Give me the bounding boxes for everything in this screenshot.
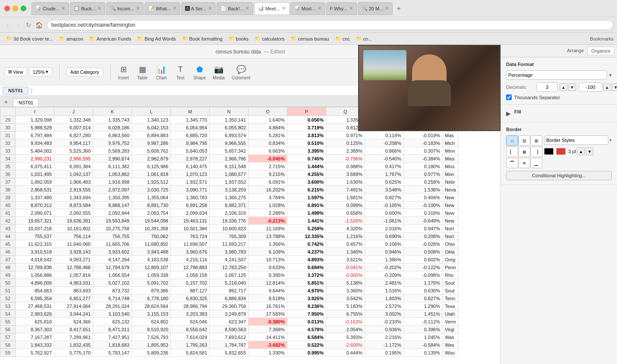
cell[interactable]: 5,484,002 <box>16 147 54 155</box>
cell[interactable]: 11,693,217 <box>210 240 249 248</box>
cell[interactable]: -1.172% <box>365 341 404 349</box>
bm-1[interactable]: 📁 amazon <box>57 35 86 42</box>
cell[interactable]: -0.122% <box>404 264 443 271</box>
cell[interactable]: 27,914,064 <box>54 302 93 310</box>
cell[interactable]: 6,140,475 <box>171 163 210 170</box>
cell[interactable]: -0.028% <box>404 240 443 248</box>
cell[interactable]: 7,167,287 <box>16 333 54 341</box>
cell[interactable]: 11,665,706 <box>93 240 132 248</box>
back-button[interactable]: ‹ <box>3 22 12 28</box>
cell[interactable]: 19,657,321 <box>16 217 54 225</box>
cell[interactable]: 0.396% <box>404 326 443 333</box>
cell[interactable]: 19,636,391 <box>54 217 93 225</box>
cell[interactable]: Tenn <box>443 295 459 302</box>
tab-5-close[interactable]: ✕ <box>208 6 212 11</box>
cell[interactable]: 2,983,626 <box>16 310 54 318</box>
cell[interactable]: 10,501,384 <box>171 225 210 232</box>
cell[interactable]: 6,863,560 <box>93 132 132 139</box>
cell[interactable]: 1.536% <box>404 186 443 194</box>
cell[interactable]: 10,275,758 <box>93 225 132 232</box>
cell[interactable]: 17.583% <box>249 310 287 318</box>
cell[interactable]: 6,778,180 <box>132 295 171 302</box>
cell[interactable]: 1,329,098 <box>16 116 54 124</box>
cell[interactable]: -2.600% <box>326 341 365 349</box>
cell[interactable]: 0.600% <box>365 209 404 217</box>
cell[interactable]: 1,332,348 <box>54 116 93 124</box>
cell[interactable]: 6,111,382 <box>93 163 132 170</box>
cell[interactable]: 3.621% <box>326 256 365 264</box>
cell[interactable]: 863,693 <box>54 287 93 295</box>
cell[interactable]: 9,934,483 <box>16 139 54 147</box>
bm-2[interactable]: 📁 American Funds <box>87 35 134 42</box>
cell[interactable]: -1.061% <box>365 217 404 225</box>
view-dropdown[interactable]: ⊞ View <box>4 67 27 76</box>
cell[interactable]: 0.444% <box>326 349 365 357</box>
cell[interactable]: -0.209% <box>365 271 404 279</box>
cell[interactable]: 1.516% <box>365 287 404 295</box>
cell[interactable]: 2,990,595 <box>54 155 93 163</box>
border-btn-inner-v[interactable]: ⊠ <box>518 147 530 157</box>
border-btn-inner-h[interactable]: ⊟ <box>518 135 530 146</box>
cell[interactable]: 7.950% <box>287 310 326 318</box>
tab-6[interactable]: 📄 Back!... ✕ <box>217 2 253 15</box>
cell[interactable]: Sout <box>443 279 459 287</box>
cell[interactable]: 2,978,227 <box>171 155 210 163</box>
fill-expand-icon[interactable]: ▶ <box>506 110 511 117</box>
cell[interactable]: 1,932,571 <box>171 178 210 186</box>
tab-2[interactable]: 📋 Buck... ✕ <box>70 2 105 15</box>
cell[interactable]: 0.114% <box>365 132 404 139</box>
cell[interactable]: 1,843,332 <box>16 341 54 349</box>
cell[interactable]: 624,366 <box>54 318 93 326</box>
cell[interactable]: 6,055,802 <box>210 124 249 132</box>
cell[interactable]: 11,622,315 <box>16 240 54 248</box>
cell[interactable]: 625,810 <box>16 318 54 326</box>
cell[interactable]: 6,830,325 <box>171 295 210 302</box>
cell[interactable]: 6.663% <box>249 147 287 155</box>
cell[interactable]: 6,054,954 <box>171 124 210 132</box>
cell[interactable]: 12.335% <box>287 232 326 240</box>
cell[interactable]: 12,783,254 <box>210 264 249 271</box>
cell[interactable]: 3.548% <box>365 186 404 194</box>
cell[interactable]: 3,928,143 <box>54 248 93 256</box>
cell[interactable]: 4,018,542 <box>16 256 54 264</box>
bm-6[interactable]: 📁 calculators <box>252 35 287 42</box>
cell[interactable]: -0.649% <box>404 217 443 225</box>
tab-arrange[interactable]: Arrange <box>563 47 587 55</box>
minimize-button[interactable] <box>13 6 18 11</box>
cell[interactable]: 6,028,186 <box>93 124 132 132</box>
cell[interactable]: 760,062 <box>132 232 171 240</box>
cell[interactable]: 3,103,540 <box>93 310 132 318</box>
tab-3[interactable]: 🔍 Incom... ✕ <box>106 2 144 15</box>
cell[interactable]: 5,832,655 <box>210 349 249 357</box>
cell[interactable]: Ohio <box>443 240 459 248</box>
cell[interactable]: 12,794,679 <box>93 264 132 271</box>
cell[interactable]: 755,537 <box>16 232 54 240</box>
tab-7[interactable]: 📊 Meet... ✕ <box>254 2 290 15</box>
cell[interactable]: 3,090,771 <box>171 186 210 194</box>
tab-6-close[interactable]: ✕ <box>246 6 249 11</box>
format-select[interactable]: Percentage Number Currency <box>506 70 607 80</box>
bm-0[interactable]: 📁 3d Book cover te... <box>3 35 56 42</box>
cell[interactable]: 0.013% <box>287 318 326 326</box>
cell[interactable]: 1,080,577 <box>210 170 249 178</box>
cell[interactable]: 12,788,468 <box>54 264 93 271</box>
cell[interactable]: Rho <box>443 271 459 279</box>
cell[interactable]: 5.259% <box>287 225 326 232</box>
comment-group[interactable]: 💬 Comment <box>232 63 250 80</box>
cell[interactable]: 8,882,371 <box>210 201 249 209</box>
cell[interactable]: 0.106% <box>365 240 404 248</box>
cell[interactable]: 7,427,951 <box>93 333 132 341</box>
sheet-tab-nst01[interactable]: NST01 <box>13 98 39 107</box>
cell[interactable]: 1.170% <box>404 279 443 287</box>
cell[interactable]: 1.597% <box>287 194 326 201</box>
cell[interactable]: Nort <box>443 225 459 232</box>
cell[interactable]: 3,933,602 <box>93 248 132 256</box>
size-down[interactable]: ▼ <box>586 147 593 155</box>
col-header-n[interactable]: N <box>210 107 249 116</box>
border-btn-outer[interactable]: □ <box>506 135 518 146</box>
cell[interactable]: 1,337,480 <box>16 194 54 201</box>
cell[interactable]: 8,471,011 <box>93 326 132 333</box>
cell[interactable]: -0.202% <box>365 264 404 271</box>
cell[interactable]: 4.578% <box>287 326 326 333</box>
cell[interactable]: 9,976,752 <box>93 139 132 147</box>
